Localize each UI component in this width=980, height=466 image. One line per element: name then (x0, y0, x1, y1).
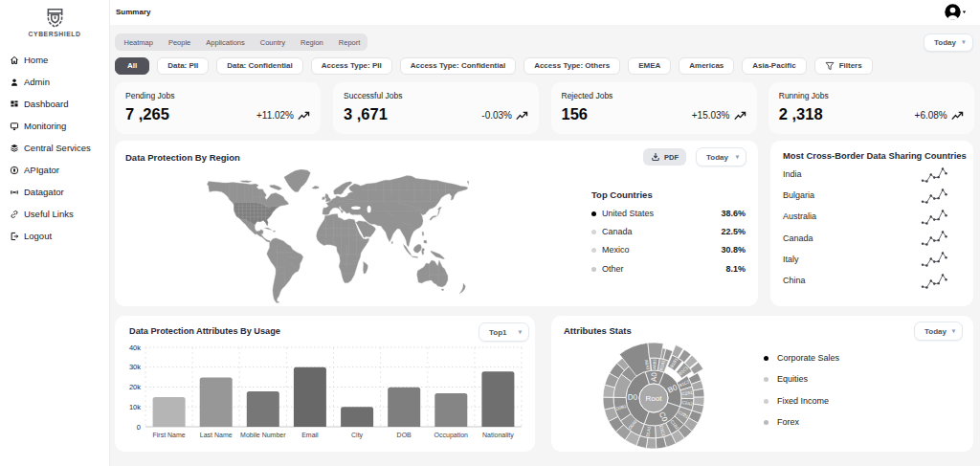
svg-text:Occupation: Occupation (434, 432, 469, 439)
svg-text:A0: A0 (650, 371, 658, 382)
svg-text:D0: D0 (628, 393, 638, 402)
svg-text:A0B1: A0B1 (652, 358, 657, 369)
svg-text:City: City (351, 432, 364, 439)
svg-text:Nationality: Nationality (482, 432, 514, 439)
svg-text:30k: 30k (129, 363, 141, 371)
svg-text:10k: 10k (129, 403, 141, 411)
svg-text:Mobile Number: Mobile Number (240, 432, 286, 438)
svg-text:20k: 20k (129, 383, 141, 391)
svg-text:40k: 40k (129, 344, 141, 352)
svg-text:Last Name: Last Name (200, 432, 233, 438)
svg-text:DOB: DOB (397, 432, 412, 438)
svg-text:First Name: First Name (152, 432, 185, 438)
svg-text:Email: Email (301, 432, 319, 438)
svg-text:0: 0 (137, 423, 141, 432)
svg-text:Root: Root (646, 394, 663, 403)
